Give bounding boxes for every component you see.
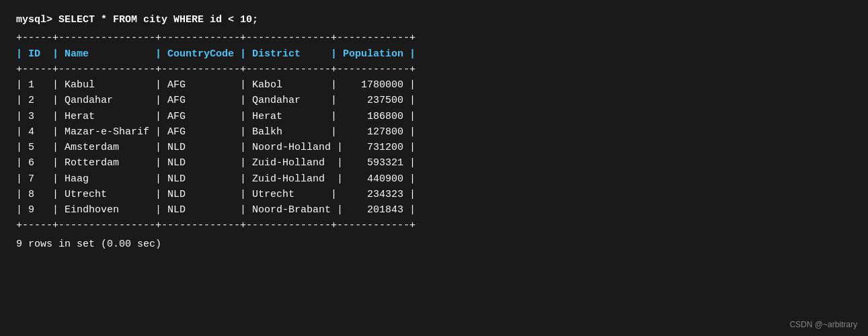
table-row: | 1 | Kabul | AFG | Kabol | 1780000 | bbox=[16, 77, 852, 93]
terminal-window: mysql> SELECT * FROM city WHERE id < 10;… bbox=[0, 0, 868, 264]
table-row: | 8 | Utrecht | NLD | Utrecht | 234323 | bbox=[16, 187, 852, 202]
table-row: | 7 | Haag | NLD | Zuid-Holland | 440900… bbox=[16, 171, 852, 187]
table-row: | 2 | Qandahar | AFG | Qandahar | 237500… bbox=[16, 93, 852, 108]
table-body: | 1 | Kabul | AFG | Kabol | 1780000 || 2… bbox=[16, 77, 852, 218]
table-row: | 5 | Amsterdam | NLD | Noord-Holland | … bbox=[16, 140, 852, 155]
top-separator: +-----+----------------+-------------+--… bbox=[16, 30, 852, 46]
table-row: | 3 | Herat | AFG | Herat | 186800 | bbox=[16, 109, 852, 124]
result-footer: 9 rows in set (0.00 sec) bbox=[16, 237, 852, 252]
query-result-table: +-----+----------------+-------------+--… bbox=[16, 30, 852, 233]
table-header: | ID | Name | CountryCode | District | P… bbox=[16, 46, 852, 62]
watermark: CSDN @~arbitrary bbox=[789, 320, 857, 329]
table-row: | 6 | Rotterdam | NLD | Zuid-Holland | 5… bbox=[16, 155, 852, 171]
table-row: | 9 | Eindhoven | NLD | Noord-Brabant | … bbox=[16, 202, 852, 218]
mid-separator: +-----+----------------+-------------+--… bbox=[16, 62, 852, 77]
command-line: mysql> SELECT * FROM city WHERE id < 10; bbox=[16, 12, 852, 28]
bottom-separator: +-----+----------------+-------------+--… bbox=[16, 218, 852, 233]
table-row: | 4 | Mazar-e-Sharif | AFG | Balkh | 127… bbox=[16, 124, 852, 140]
